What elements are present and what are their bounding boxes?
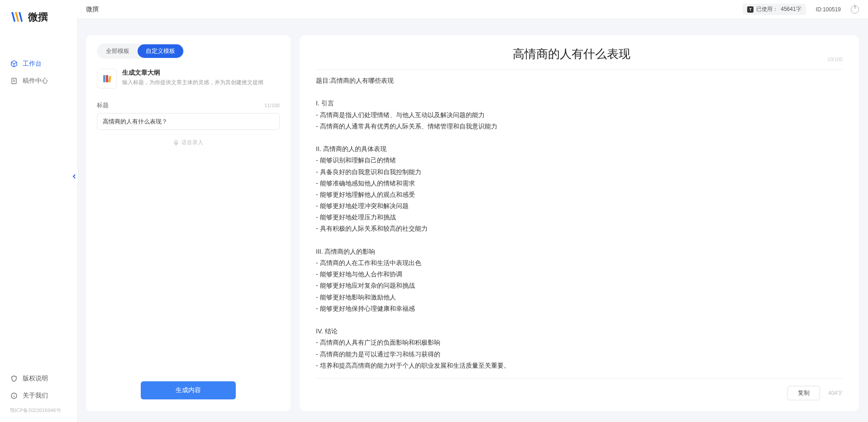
collapse-handle[interactable] <box>71 167 78 185</box>
nav-drafts[interactable]: 稿件中心 <box>0 72 77 90</box>
output-title-count: 10/100 <box>827 57 843 62</box>
content: 全部模板 自定义模板 生成文章大纲 输入标题，为你提供文章主体的灵感，并为其创建… <box>77 19 868 422</box>
shield-icon <box>10 375 18 383</box>
document-icon <box>10 77 18 85</box>
cube-icon <box>10 60 18 68</box>
output-body[interactable]: 题目:高情商的人有哪些表现 I. 引言 - 高情商是指人们处理情绪、与他人互动以… <box>316 75 843 373</box>
books-icon <box>101 73 112 84</box>
logo-text: 微撰 <box>28 10 48 24</box>
app-title: 微撰 <box>86 5 99 14</box>
svg-rect-4 <box>108 76 111 83</box>
right-panel: 高情商的人有什么表现 10/100 题目:高情商的人有哪些表现 I. 引言 - … <box>300 35 859 411</box>
copy-button[interactable]: 复制 <box>787 386 820 400</box>
power-icon[interactable] <box>851 5 859 14</box>
bottom-label: 版权说明 <box>23 375 48 383</box>
voice-label: 语音录入 <box>181 139 203 147</box>
voice-input[interactable]: 语音录入 <box>97 139 280 147</box>
template-card[interactable]: 生成文章大纲 输入标题，为你提供文章主体的灵感，并为其创建推文提纲 <box>97 69 280 89</box>
template-info: 生成文章大纲 输入标题，为你提供文章主体的灵感，并为其创建推文提纲 <box>122 69 280 86</box>
about-link[interactable]: 关于我们 <box>0 387 77 404</box>
svg-rect-2 <box>103 75 105 82</box>
logo-icon <box>10 10 24 24</box>
output-title: 高情商的人有什么表现 <box>316 46 827 62</box>
main: 微撰 T 已使用： 45641字 ID:100519 全部模板 自定义模板 <box>77 0 868 422</box>
title-input[interactable] <box>97 113 280 130</box>
svg-rect-0 <box>12 78 16 84</box>
sidebar-bottom: 版权说明 关于我们 鄂ICP备2022016946号 <box>0 370 77 422</box>
generate-button[interactable]: 生成内容 <box>141 381 236 399</box>
output-header: 高情商的人有什么表现 10/100 <box>316 46 843 70</box>
template-title: 生成文章大纲 <box>122 69 280 77</box>
nav-label: 稿件中心 <box>23 77 48 85</box>
usage-badge[interactable]: T 已使用： 45641字 <box>743 4 806 15</box>
template-desc: 输入标题，为你提供文章主体的灵感，并为其创建推文提纲 <box>122 79 280 86</box>
tab-all[interactable]: 全部模板 <box>98 44 138 58</box>
output-footer: 复制 404字 <box>316 378 843 400</box>
field-label: 标题 <box>97 101 109 109</box>
svg-rect-5 <box>175 140 177 143</box>
word-count: 404字 <box>828 389 843 397</box>
icp-text: 鄂ICP备2022016946号 <box>0 404 77 417</box>
bottom-label: 关于我们 <box>23 392 48 400</box>
copyright-link[interactable]: 版权说明 <box>0 370 77 387</box>
user-id: ID:100519 <box>816 6 841 13</box>
info-icon <box>10 392 18 400</box>
nav: 工作台 稿件中心 <box>0 55 77 90</box>
chevron-left-icon <box>72 174 76 179</box>
tabs: 全部模板 自定义模板 <box>97 43 184 59</box>
topbar-right: T 已使用： 45641字 ID:100519 <box>743 4 859 15</box>
mic-icon <box>173 140 179 146</box>
usage-prefix: 已使用： <box>756 5 778 13</box>
nav-workbench[interactable]: 工作台 <box>0 55 77 72</box>
svg-rect-3 <box>106 75 108 82</box>
sidebar: 微撰 工作台 稿 <box>0 0 77 422</box>
logo[interactable]: 微撰 <box>0 10 77 37</box>
usage-value: 45641字 <box>781 5 801 13</box>
topbar: 微撰 T 已使用： 45641字 ID:100519 <box>77 0 868 19</box>
tab-custom[interactable]: 自定义模板 <box>138 44 183 58</box>
text-icon: T <box>747 6 754 13</box>
char-count: 11/100 <box>264 103 280 108</box>
field-label-row: 标题 11/100 <box>97 101 280 109</box>
template-icon <box>97 69 117 89</box>
left-panel: 全部模板 自定义模板 生成文章大纲 输入标题，为你提供文章主体的灵感，并为其创建… <box>86 35 291 411</box>
nav-label: 工作台 <box>23 60 42 68</box>
